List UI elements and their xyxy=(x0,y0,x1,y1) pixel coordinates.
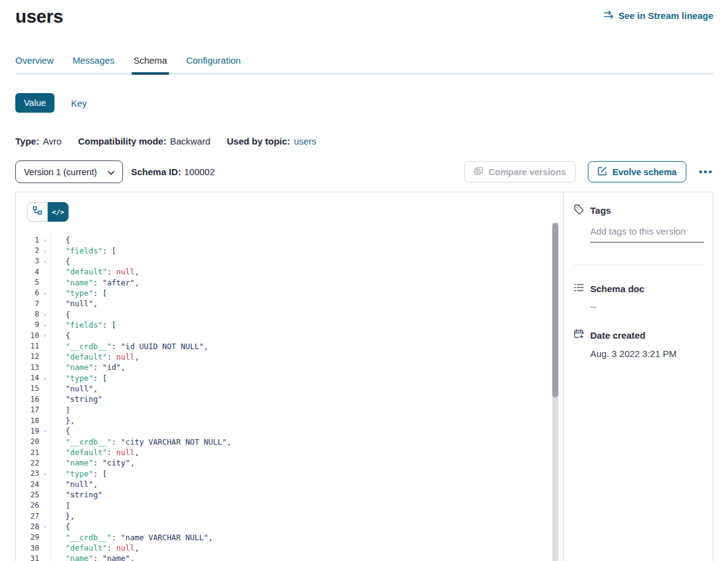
fold-gutter xyxy=(39,367,51,368)
code-text: "null", xyxy=(51,479,98,489)
code-line: 18 }, xyxy=(16,415,563,426)
fold-toggle-icon[interactable]: ▾ xyxy=(39,258,51,265)
tree-view-button[interactable] xyxy=(27,202,48,222)
fold-toggle-icon[interactable]: ▾ xyxy=(39,470,51,477)
version-sidebar: Tags Schema doc -- xyxy=(563,192,713,561)
code-text: }, xyxy=(51,415,75,426)
value-toggle-button[interactable]: Value xyxy=(15,93,54,113)
code-view-icon: </> xyxy=(52,208,64,216)
line-number: 23 xyxy=(16,469,39,478)
line-number: 3 xyxy=(16,257,39,265)
code-line: 1▾{ xyxy=(16,235,563,245)
code-text: { xyxy=(51,309,70,319)
date-created-value: Aug. 3 2022 3:21 PM xyxy=(590,348,704,359)
fold-toggle-icon[interactable]: ▾ xyxy=(39,236,51,243)
schema-kind-toggle: Value Key xyxy=(15,93,713,113)
fold-gutter xyxy=(39,537,51,538)
line-number: 15 xyxy=(16,384,39,393)
stream-lineage-link[interactable]: See in Stream lineage xyxy=(604,10,713,21)
code-text: { xyxy=(51,235,70,245)
topic-link[interactable]: users xyxy=(294,136,317,146)
schema-doc-value: -- xyxy=(590,301,704,312)
key-toggle-button[interactable]: Key xyxy=(71,98,87,108)
code-line: 11 "__crdb__": "id UUID NOT NULL", xyxy=(16,341,563,351)
page-title: users xyxy=(15,6,63,27)
schema-id-value: 100002 xyxy=(184,167,215,177)
tab-messages[interactable]: Messages xyxy=(73,55,114,73)
line-number: 28 xyxy=(16,522,39,531)
fold-toggle-icon[interactable]: ▾ xyxy=(39,247,51,254)
evolve-schema-button[interactable]: Evolve schema xyxy=(588,161,686,183)
code-line: 31 "name": "name", xyxy=(16,553,563,561)
compare-versions-button[interactable]: Compare versions xyxy=(464,161,576,183)
tab-overview[interactable]: Overview xyxy=(15,55,54,73)
tab-schema[interactable]: Schema xyxy=(133,55,167,73)
code-line: 5 "name": "after", xyxy=(16,277,563,287)
fold-gutter xyxy=(39,494,51,495)
line-number: 17 xyxy=(16,405,39,414)
tab-bar: OverviewMessagesSchemaConfiguration xyxy=(15,55,713,73)
tags-input[interactable] xyxy=(590,224,704,243)
code-text: "default": null, xyxy=(51,352,139,362)
code-text: "default": null, xyxy=(51,543,139,553)
code-text: { xyxy=(51,256,70,266)
code-text: ] xyxy=(51,405,70,415)
code-line: 4 "default": null, xyxy=(16,266,563,277)
tab-configuration[interactable]: Configuration xyxy=(186,55,241,73)
code-line: 25 "string" xyxy=(16,489,563,500)
code-line: 22 "name": "city", xyxy=(16,457,563,468)
more-actions-button[interactable]: ••• xyxy=(699,166,713,178)
schema-doc-heading: Schema doc xyxy=(590,284,644,294)
schema-panel: </> 1▾{2▾ "fields": [3▾ {4 "default": nu… xyxy=(15,192,713,561)
fold-toggle-icon[interactable]: ▾ xyxy=(39,311,51,318)
fold-toggle-icon[interactable]: ▾ xyxy=(39,523,51,530)
fold-toggle-icon[interactable]: ▾ xyxy=(39,290,51,296)
tag-icon xyxy=(574,204,584,216)
schema-meta: Type: Avro Compatibility mode: Backward … xyxy=(15,136,713,146)
code-line: 24 "null", xyxy=(16,479,563,489)
line-number: 22 xyxy=(16,459,39,467)
fold-toggle-icon[interactable]: ▾ xyxy=(39,375,51,382)
code-lines: 1▾{2▾ "fields": [3▾ {4 "default": null,5… xyxy=(16,235,563,561)
code-text: { xyxy=(51,330,70,341)
code-line: 6▾ "type": [ xyxy=(16,288,563,298)
line-number: 19 xyxy=(16,427,39,435)
line-number: 10 xyxy=(16,331,39,340)
page-header: users See in Stream lineage xyxy=(15,6,713,27)
line-number: 31 xyxy=(16,554,39,561)
code-text: "name": "name", xyxy=(51,553,135,561)
code-text: "fields": [ xyxy=(51,320,116,330)
fold-gutter xyxy=(39,441,51,442)
fold-toggle-icon[interactable]: ▾ xyxy=(39,332,51,339)
code-text: "default": null, xyxy=(51,266,139,277)
line-number: 2 xyxy=(16,246,39,255)
fold-gutter xyxy=(39,420,51,421)
line-number: 6 xyxy=(16,288,39,297)
code-text: "string" xyxy=(51,489,102,500)
code-line: 14▾ "type": [ xyxy=(16,372,563,383)
code-text: { xyxy=(51,426,70,436)
fold-gutter xyxy=(39,462,51,464)
fold-gutter xyxy=(39,271,51,273)
code-line: 20 "__crdb__": "city VARCHAR NOT NULL", xyxy=(16,437,563,447)
code-line: 27 }, xyxy=(16,511,563,521)
code-line: 23▾ "type": [ xyxy=(16,469,563,479)
code-text: "type": [ xyxy=(51,288,107,298)
code-line: 16 "string" xyxy=(16,394,563,404)
code-view-button[interactable]: </> xyxy=(48,202,69,222)
line-number: 4 xyxy=(16,268,39,276)
code-line: 29 "__crdb__": "name VARCHAR NULL", xyxy=(16,532,563,543)
version-select-value: Version 1 (current) xyxy=(24,167,97,177)
fold-gutter xyxy=(39,399,51,400)
type-value: Avro xyxy=(43,136,62,146)
fold-toggle-icon[interactable]: ▾ xyxy=(39,322,51,328)
fold-toggle-icon[interactable]: ▾ xyxy=(39,427,51,434)
fold-gutter xyxy=(39,388,51,389)
tab-track xyxy=(15,73,713,75)
version-select[interactable]: Version 1 (current) xyxy=(15,160,123,183)
compare-versions-label: Compare versions xyxy=(489,167,566,177)
fold-gutter xyxy=(39,558,51,559)
line-number: 27 xyxy=(16,512,39,521)
editor-scrollbar-thumb[interactable] xyxy=(552,223,558,397)
fold-gutter xyxy=(39,303,51,304)
